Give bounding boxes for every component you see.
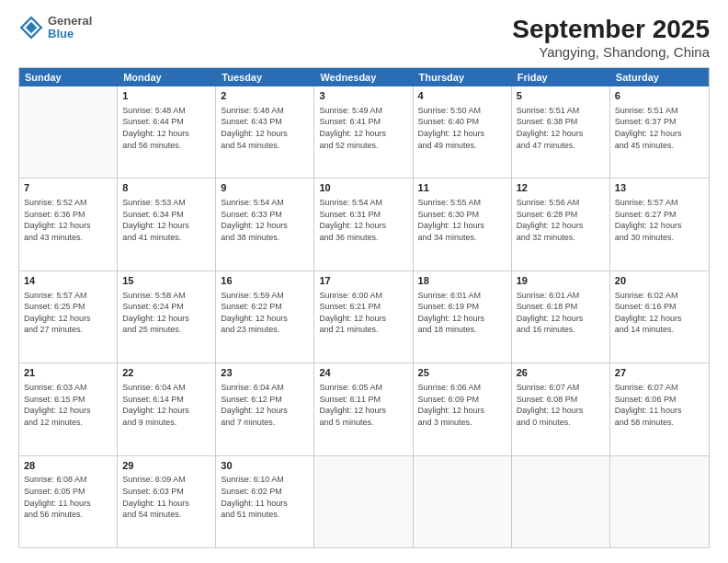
day-info: Sunrise: 5:50 AMSunset: 6:40 PMDaylight:… (418, 105, 506, 151)
day-number: 12 (517, 181, 605, 195)
day-info: Sunrise: 5:56 AMSunset: 6:28 PMDaylight:… (517, 197, 605, 243)
day-info: Sunrise: 5:59 AMSunset: 6:22 PMDaylight:… (221, 290, 309, 336)
header-day-thursday: Thursday (414, 68, 512, 86)
page: General Blue September 2025 Yangying, Sh… (0, 0, 728, 563)
cal-cell: 26Sunrise: 6:07 AMSunset: 6:08 PMDayligh… (512, 363, 610, 454)
cal-cell: 28Sunrise: 6:08 AMSunset: 6:05 PMDayligh… (19, 456, 118, 547)
day-info: Sunrise: 6:05 AMSunset: 6:11 PMDaylight:… (319, 382, 407, 428)
cal-cell: 9Sunrise: 5:54 AMSunset: 6:33 PMDaylight… (216, 178, 314, 270)
logo-icon (18, 15, 44, 40)
day-number: 3 (319, 89, 407, 103)
day-info: Sunrise: 6:07 AMSunset: 6:06 PMDaylight:… (615, 382, 704, 428)
cal-cell: 13Sunrise: 5:57 AMSunset: 6:27 PMDayligh… (610, 178, 709, 270)
cal-cell: 23Sunrise: 6:04 AMSunset: 6:12 PMDayligh… (216, 363, 314, 454)
day-info: Sunrise: 6:04 AMSunset: 6:14 PMDaylight:… (122, 382, 210, 428)
cal-cell (610, 456, 709, 547)
header-day-wednesday: Wednesday (314, 68, 413, 86)
day-number: 22 (122, 366, 210, 380)
day-info: Sunrise: 6:01 AMSunset: 6:19 PMDaylight:… (418, 290, 506, 336)
day-number: 18 (418, 274, 506, 288)
cal-cell: 11Sunrise: 5:55 AMSunset: 6:30 PMDayligh… (414, 178, 512, 270)
day-number: 24 (319, 366, 407, 380)
cal-cell: 2Sunrise: 5:48 AMSunset: 6:43 PMDaylight… (216, 86, 314, 178)
logo: General Blue (18, 15, 92, 41)
cal-cell: 3Sunrise: 5:49 AMSunset: 6:41 PMDaylight… (314, 86, 413, 178)
week-row-5: 28Sunrise: 6:08 AMSunset: 6:05 PMDayligh… (19, 455, 709, 547)
day-info: Sunrise: 5:53 AMSunset: 6:34 PMDaylight:… (122, 197, 210, 243)
week-row-4: 21Sunrise: 6:03 AMSunset: 6:15 PMDayligh… (19, 362, 709, 454)
day-info: Sunrise: 5:58 AMSunset: 6:24 PMDaylight:… (122, 290, 210, 336)
day-info: Sunrise: 6:06 AMSunset: 6:09 PMDaylight:… (418, 382, 506, 428)
day-info: Sunrise: 5:54 AMSunset: 6:31 PMDaylight:… (319, 197, 407, 243)
header-day-monday: Monday (118, 68, 216, 86)
cal-cell: 1Sunrise: 5:48 AMSunset: 6:44 PMDaylight… (118, 86, 216, 178)
day-number: 1 (122, 89, 210, 103)
header-day-saturday: Saturday (610, 68, 709, 86)
cal-cell: 6Sunrise: 5:51 AMSunset: 6:37 PMDaylight… (610, 86, 709, 178)
day-number: 25 (418, 366, 506, 380)
cal-cell: 5Sunrise: 5:51 AMSunset: 6:38 PMDaylight… (512, 86, 610, 178)
calendar-subtitle: Yangying, Shandong, China (512, 44, 710, 60)
day-number: 29 (122, 459, 210, 473)
day-info: Sunrise: 5:57 AMSunset: 6:25 PMDaylight:… (24, 290, 112, 336)
day-number: 30 (221, 459, 309, 473)
cal-cell: 10Sunrise: 5:54 AMSunset: 6:31 PMDayligh… (314, 178, 413, 270)
day-info: Sunrise: 5:54 AMSunset: 6:33 PMDaylight:… (221, 197, 309, 243)
cal-cell: 4Sunrise: 5:50 AMSunset: 6:40 PMDaylight… (414, 86, 512, 178)
day-info: Sunrise: 5:52 AMSunset: 6:36 PMDaylight:… (24, 197, 112, 243)
day-info: Sunrise: 5:48 AMSunset: 6:43 PMDaylight:… (221, 105, 309, 151)
cal-cell (512, 456, 610, 547)
day-number: 11 (418, 181, 506, 195)
day-number: 27 (615, 366, 704, 380)
cal-cell: 12Sunrise: 5:56 AMSunset: 6:28 PMDayligh… (512, 178, 610, 270)
cal-cell (314, 456, 413, 547)
cal-cell: 25Sunrise: 6:06 AMSunset: 6:09 PMDayligh… (414, 363, 512, 454)
day-number: 9 (221, 181, 309, 195)
week-row-1: 1Sunrise: 5:48 AMSunset: 6:44 PMDaylight… (19, 86, 709, 178)
cal-cell: 30Sunrise: 6:10 AMSunset: 6:02 PMDayligh… (216, 456, 314, 547)
day-info: Sunrise: 6:02 AMSunset: 6:16 PMDaylight:… (615, 290, 704, 336)
day-info: Sunrise: 5:57 AMSunset: 6:27 PMDaylight:… (615, 197, 704, 243)
day-info: Sunrise: 6:00 AMSunset: 6:21 PMDaylight:… (319, 290, 407, 336)
cal-cell: 27Sunrise: 6:07 AMSunset: 6:06 PMDayligh… (610, 363, 709, 454)
day-number: 19 (517, 274, 605, 288)
cal-cell: 24Sunrise: 6:05 AMSunset: 6:11 PMDayligh… (314, 363, 413, 454)
day-number: 5 (517, 89, 605, 103)
day-info: Sunrise: 6:10 AMSunset: 6:02 PMDaylight:… (221, 474, 309, 520)
day-number: 8 (122, 181, 210, 195)
day-number: 23 (221, 366, 309, 380)
day-number: 14 (24, 274, 112, 288)
day-info: Sunrise: 6:08 AMSunset: 6:05 PMDaylight:… (24, 474, 112, 520)
day-info: Sunrise: 5:55 AMSunset: 6:30 PMDaylight:… (418, 197, 506, 243)
cal-cell: 7Sunrise: 5:52 AMSunset: 6:36 PMDaylight… (19, 178, 118, 270)
header-day-tuesday: Tuesday (216, 68, 314, 86)
day-info: Sunrise: 6:07 AMSunset: 6:08 PMDaylight:… (517, 382, 605, 428)
cal-cell: 17Sunrise: 6:00 AMSunset: 6:21 PMDayligh… (314, 271, 413, 362)
logo-line1: General (48, 15, 92, 28)
day-number: 10 (319, 181, 407, 195)
header-day-sunday: Sunday (19, 68, 118, 86)
logo-line2: Blue (48, 28, 92, 40)
day-number: 28 (24, 459, 112, 473)
cal-cell: 19Sunrise: 6:01 AMSunset: 6:18 PMDayligh… (512, 271, 610, 362)
day-number: 21 (24, 366, 112, 380)
calendar-body: 1Sunrise: 5:48 AMSunset: 6:44 PMDaylight… (19, 86, 709, 547)
day-number: 4 (418, 89, 506, 103)
cal-cell: 15Sunrise: 5:58 AMSunset: 6:24 PMDayligh… (118, 271, 216, 362)
title-block: September 2025 Yangying, Shandong, China (512, 15, 710, 60)
calendar: SundayMondayTuesdayWednesdayThursdayFrid… (18, 67, 710, 548)
day-info: Sunrise: 5:48 AMSunset: 6:44 PMDaylight:… (122, 105, 210, 151)
day-info: Sunrise: 6:03 AMSunset: 6:15 PMDaylight:… (24, 382, 112, 428)
header: General Blue September 2025 Yangying, Sh… (18, 15, 710, 60)
week-row-3: 14Sunrise: 5:57 AMSunset: 6:25 PMDayligh… (19, 270, 709, 362)
cal-cell (414, 456, 512, 547)
day-info: Sunrise: 5:49 AMSunset: 6:41 PMDaylight:… (319, 105, 407, 151)
day-number: 2 (221, 89, 309, 103)
day-info: Sunrise: 5:51 AMSunset: 6:38 PMDaylight:… (517, 105, 605, 151)
cal-cell: 16Sunrise: 5:59 AMSunset: 6:22 PMDayligh… (216, 271, 314, 362)
cal-cell: 20Sunrise: 6:02 AMSunset: 6:16 PMDayligh… (610, 271, 709, 362)
day-number: 6 (615, 89, 704, 103)
day-number: 13 (615, 181, 704, 195)
day-info: Sunrise: 6:09 AMSunset: 6:03 PMDaylight:… (122, 474, 210, 520)
day-number: 20 (615, 274, 704, 288)
